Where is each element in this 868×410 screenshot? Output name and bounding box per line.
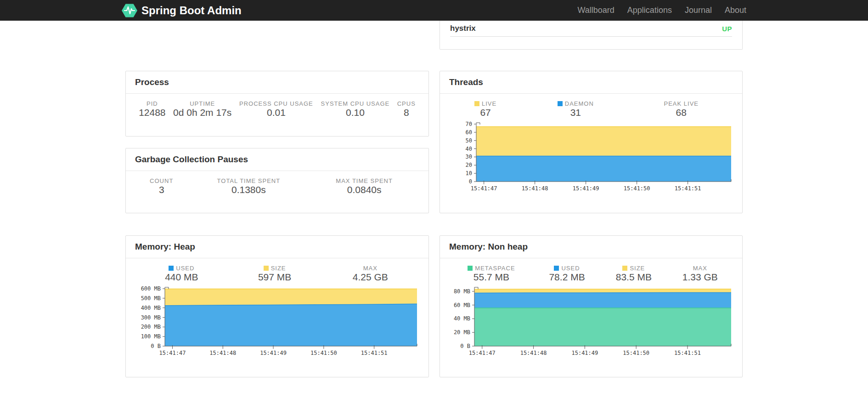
area-daemon: [476, 156, 731, 182]
y-tick-label: 60 MB: [453, 302, 470, 308]
x-tick-label: 15:41:51: [674, 350, 701, 356]
stat-label-count: COUNT: [135, 177, 188, 184]
stat-value-metaspace: 55.7 MB: [449, 272, 534, 283]
nonheap-card-title: Memory: Non heap: [440, 236, 742, 258]
stat-label-max-time-spent: MAX TIME SPENT: [309, 177, 419, 184]
y-tick-label: 40 MB: [453, 315, 470, 322]
stat-value-uptime: 0d 0h 2m 17s: [169, 107, 236, 118]
stat-value-daemon: 31: [522, 107, 629, 118]
y-tick-label: 20: [465, 162, 472, 168]
stat-label-peak-live: PEAK LIVE: [630, 100, 733, 107]
threads-card-title: Threads: [440, 71, 742, 94]
brand-link[interactable]: Spring Boot Admin: [122, 4, 242, 17]
x-tick-label: 15:41:49: [260, 350, 287, 356]
stat-value-max-time-spent: 0.0840s: [309, 184, 419, 195]
y-tick-label: 600 MB: [141, 286, 161, 292]
brand-logo-icon: [122, 4, 137, 17]
x-tick-label: 15:41:51: [361, 350, 388, 356]
legend-swatch-live: [474, 101, 479, 106]
threads-card: Threads LIVEDAEMONPEAK LIVE673168 010203…: [440, 71, 743, 213]
x-tick-label: 15:41:49: [572, 185, 599, 192]
y-tick-label: 20 MB: [453, 329, 470, 336]
y-tick-label: 100 MB: [141, 333, 161, 340]
stat-value-process-cpu-usage: 0.01: [236, 107, 317, 118]
stat-value-max: 4.25 GB: [321, 272, 419, 283]
x-tick-label: 15:41:50: [623, 350, 649, 356]
y-tick-label: 40: [465, 146, 472, 152]
x-tick-label: 15:41:51: [674, 185, 701, 192]
area-edge-size: [474, 289, 731, 290]
x-tick-label: 15:41:47: [468, 350, 495, 356]
applications-card-fragment: hystrix UP: [440, 21, 743, 50]
memory-nonheap-chart: 0 B20 MB40 MB60 MB80 MB15:41:4715:41:481…: [451, 286, 732, 356]
legend-swatch-metaspace: [468, 266, 473, 271]
y-tick-label: 0: [468, 178, 472, 185]
stat-value-total-time-spent: 0.1380s: [188, 184, 309, 195]
stat-value-max: 1.33 GB: [667, 272, 733, 283]
x-tick-label: 15:41:47: [470, 185, 497, 192]
y-tick-label: 0 B: [151, 343, 161, 349]
stat-label-size: SIZE: [600, 265, 667, 272]
y-tick-label: 80 MB: [453, 288, 470, 295]
nav-link-applications[interactable]: Applications: [621, 0, 678, 21]
stat-label-used: USED: [135, 265, 228, 272]
process-card: Process PIDUPTIMEPROCESS CPU USAGESYSTEM…: [125, 71, 429, 137]
navbar: Spring Boot Admin WallboardApplicationsJ…: [0, 0, 868, 21]
legend-swatch-size: [264, 266, 269, 271]
y-tick-label: 50: [465, 137, 472, 144]
status-badge: UP: [722, 25, 732, 33]
y-tick-label: 200 MB: [141, 324, 161, 330]
y-tick-label: 60: [465, 129, 472, 136]
stat-value-pid: 12488: [135, 107, 169, 118]
area-metaspace: [474, 308, 731, 346]
legend-swatch-used: [169, 266, 174, 271]
x-tick-label: 15:41:48: [521, 185, 548, 192]
nav-link-about[interactable]: About: [718, 0, 746, 21]
x-tick-label: 15:41:47: [159, 350, 186, 356]
stat-label-live: LIVE: [449, 100, 522, 107]
y-tick-label: 500 MB: [141, 295, 161, 302]
legend-swatch-size: [622, 266, 627, 271]
stat-value-used: 440 MB: [135, 272, 228, 283]
y-tick-label: 30: [465, 154, 472, 160]
stat-label-max: MAX: [321, 265, 419, 272]
memory-heap-chart: 0 B100 MB200 MB300 MB400 MB500 MB600 MB1…: [136, 286, 418, 356]
y-tick-label: 70: [465, 122, 472, 127]
nav-link-wallboard[interactable]: Wallboard: [571, 0, 620, 21]
application-row-hystrix[interactable]: hystrix UP: [450, 21, 732, 37]
stat-value-used: 78.2 MB: [534, 272, 600, 283]
area-edge-used: [474, 293, 731, 293]
nav-item-journal: Journal: [678, 0, 718, 21]
threads-chart: 01020304050607015:41:4715:41:4815:41:491…: [451, 122, 732, 192]
stat-value-peak-live: 68: [630, 107, 733, 118]
x-tick-label: 15:41:48: [520, 350, 547, 356]
x-tick-label: 15:41:50: [623, 185, 650, 192]
gc-card-title: Garbage Collection Pauses: [126, 148, 428, 171]
memory-nonheap-card: Memory: Non heap METASPACEUSEDSIZEMAX55.…: [440, 235, 743, 377]
x-tick-label: 15:41:50: [310, 350, 337, 356]
main-content: Process PIDUPTIMEPROCESS CPU USAGESYSTEM…: [125, 21, 743, 377]
memory-heap-card: Memory: Heap USEDSIZEMAX440 MB597 MB4.25…: [125, 235, 429, 377]
stat-label-cpus: CPUS: [394, 100, 419, 107]
nav-item-about: About: [718, 0, 746, 21]
x-tick-label: 15:41:49: [571, 350, 598, 356]
y-tick-label: 10: [465, 170, 472, 177]
application-name: hystrix: [450, 24, 476, 33]
stat-value-count: 3: [135, 184, 188, 195]
stat-label-system-cpu-usage: SYSTEM CPU USAGE: [317, 100, 393, 107]
nav-link-journal[interactable]: Journal: [678, 0, 718, 21]
heap-card-title: Memory: Heap: [126, 236, 428, 258]
stat-value-size: 83.5 MB: [600, 272, 667, 283]
stat-value-size: 597 MB: [228, 272, 321, 283]
stat-label-pid: PID: [135, 100, 169, 107]
process-card-title: Process: [126, 71, 428, 94]
stat-value-cpus: 8: [394, 107, 419, 118]
y-tick-label: 0 B: [460, 343, 470, 349]
brand-title: Spring Boot Admin: [141, 4, 242, 17]
stat-label-total-time-spent: TOTAL TIME SPENT: [188, 177, 309, 184]
stat-label-max: MAX: [667, 265, 733, 272]
area-used: [165, 304, 417, 346]
y-tick-label: 400 MB: [141, 305, 161, 311]
legend-swatch-used: [554, 266, 559, 271]
nav-links: WallboardApplicationsJournalAbout: [571, 0, 746, 21]
